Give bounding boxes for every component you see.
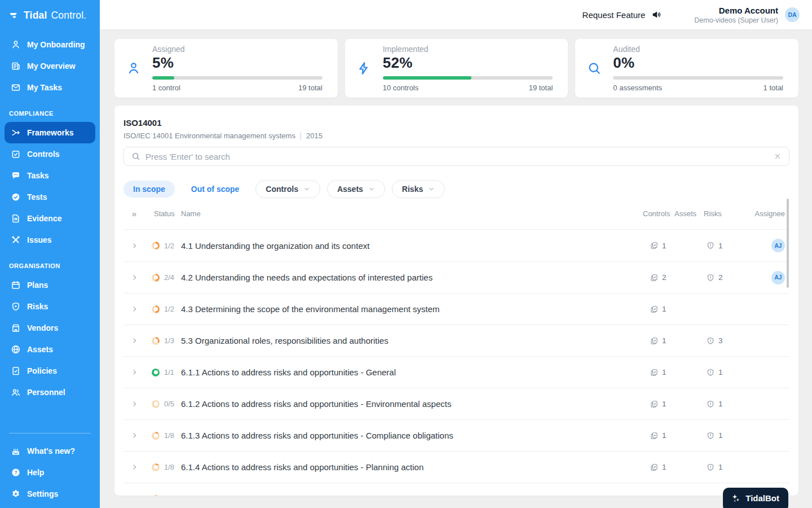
tools-icon: [11, 235, 21, 245]
row-expand-button[interactable]: [123, 337, 145, 344]
row-name[interactable]: 5.3 Organizational roles, responsibiliti…: [181, 336, 643, 345]
status-fraction: 1/1: [164, 368, 174, 376]
avatar[interactable]: DA: [785, 7, 800, 22]
dropdown-controls[interactable]: Controls: [255, 180, 320, 198]
sidebar-item-label: My Onboarding: [27, 40, 85, 49]
row-expand-button[interactable]: [123, 432, 145, 439]
controls-count: 2: [643, 273, 674, 282]
chevron-down-icon: [368, 186, 375, 192]
search-icon: [575, 61, 613, 76]
row-expand-button[interactable]: [123, 305, 145, 313]
sidebar-item-risks[interactable]: Risks: [5, 296, 95, 317]
sidebar-item-help[interactable]: ?Help: [5, 462, 95, 483]
sidebar-item-evidence[interactable]: Evidence: [5, 208, 95, 229]
sidebar-item-my-onboarding[interactable]: My Onboarding: [5, 34, 95, 55]
sidebar-item-label: Plans: [27, 281, 48, 290]
topbar: Request Feature Demo Account Demo-videos…: [100, 0, 812, 30]
shield-alert-icon: [706, 336, 715, 345]
assignee-avatar[interactable]: AJ: [771, 239, 785, 252]
stat-total: 1 total: [764, 84, 783, 92]
column-header-status: Status: [145, 209, 181, 218]
account-menu[interactable]: Demo Account Demo-videos (Super User): [694, 6, 778, 24]
table-row[interactable]: 1/86.1.4 Actions to address risks and op…: [123, 451, 789, 483]
sidebar-item-tests[interactable]: Tests: [5, 186, 95, 208]
row-name[interactable]: 6.1.2 Actions to address risks and oppor…: [181, 399, 643, 409]
row-expand-button[interactable]: [123, 463, 145, 471]
count-value: 1: [718, 368, 723, 376]
expand-all-button[interactable]: »: [123, 209, 145, 218]
row-expand-button[interactable]: [123, 369, 145, 376]
sidebar-item-personnel[interactable]: Personnel: [5, 382, 95, 403]
row-name[interactable]: 4.3 Determining the scope of the environ…: [181, 304, 643, 314]
tab-in-scope[interactable]: In scope: [123, 181, 175, 198]
status-fraction: 1/3: [164, 336, 174, 345]
sidebar-item-frameworks[interactable]: Frameworks: [5, 122, 95, 143]
row-expand-button[interactable]: [123, 242, 145, 249]
status-progress-ring: [152, 432, 160, 440]
table-scrollbar[interactable]: [787, 199, 789, 288]
sidebar-item-plans[interactable]: Plans: [5, 274, 95, 296]
status-cell: 1/3: [145, 336, 181, 345]
sidebar-item-assets[interactable]: Assets: [5, 339, 95, 360]
sidebar-item-what-s-new[interactable]: What's new?: [5, 440, 95, 462]
request-feature-button[interactable]: Request Feature: [582, 10, 662, 20]
sidebar-item-vendors[interactable]: Vendors: [5, 317, 95, 339]
app-logo[interactable]: TidalControl.: [0, 0, 100, 27]
row-name[interactable]: 6.1.4 Actions to address risks and oppor…: [181, 462, 643, 472]
dropdown-label: Risks: [402, 185, 423, 194]
sidebar-item-label: My Tasks: [27, 83, 62, 92]
copy-documents-icon: [650, 400, 659, 409]
row-name[interactable]: 4.2 Understanding the needs and expectat…: [181, 273, 643, 282]
sidebar-item-my-overview[interactable]: My Overview: [5, 55, 95, 77]
row-expand-button[interactable]: [123, 400, 145, 408]
stat-total: 19 total: [298, 84, 323, 92]
table-row[interactable]: 1/24.3 Determining the scope of the envi…: [123, 293, 789, 325]
close-icon[interactable]: [774, 152, 782, 160]
progress-bar: [613, 76, 783, 80]
shield-alert-icon: [706, 400, 715, 409]
sidebar-item-issues[interactable]: Issues: [5, 229, 95, 251]
row-name[interactable]: 4.1 Understanding the organization and i…: [181, 241, 643, 251]
table-row-partial[interactable]: [123, 483, 789, 496]
tidalbot-button[interactable]: TidalBot: [723, 488, 788, 508]
table-row[interactable]: 1/16.1.1 Actions to address risks and op…: [123, 356, 789, 388]
table-row[interactable]: 0/56.1.2 Actions to address risks and op…: [123, 388, 789, 419]
envelope-icon: [11, 82, 21, 93]
count-value: 1: [718, 463, 723, 471]
dropdown-assets[interactable]: Assets: [327, 180, 385, 198]
stat-value: 0%: [613, 54, 783, 72]
row-expand-button[interactable]: [123, 274, 145, 281]
search-input[interactable]: [145, 152, 769, 161]
controls-icon: [11, 149, 21, 159]
table-row[interactable]: 1/24.1 Understanding the organization an…: [123, 230, 789, 261]
sidebar-item-label: Vendors: [27, 323, 58, 332]
status-cell: 1/1: [145, 368, 181, 376]
table-row[interactable]: 2/44.2 Understanding the needs and expec…: [123, 261, 789, 293]
dropdown-label: Assets: [337, 185, 363, 194]
stat-total: 19 total: [529, 84, 553, 92]
tab-out-of-scope[interactable]: Out of scope: [182, 181, 249, 198]
sidebar-item-label: What's new?: [27, 446, 75, 456]
assignee-cell: AJ: [734, 239, 789, 252]
controls-count: 1: [643, 463, 674, 472]
table-row[interactable]: 1/35.3 Organizational roles, responsibil…: [123, 325, 789, 356]
assignee-avatar[interactable]: AJ: [771, 271, 785, 284]
status-fraction: 1/8: [164, 463, 174, 471]
table-row[interactable]: 1/86.1.3 Actions to address risks and op…: [123, 419, 789, 451]
dropdown-risks[interactable]: Risks: [392, 180, 445, 198]
sidebar-item-controls[interactable]: Controls: [5, 143, 95, 165]
search-bar: [123, 147, 789, 166]
sidebar-item-tasks[interactable]: Tasks: [5, 165, 95, 186]
megaphone-icon: [651, 10, 661, 20]
sidebar-item-my-tasks[interactable]: My Tasks: [5, 77, 95, 98]
row-name[interactable]: 6.1.3 Actions to address risks and oppor…: [181, 431, 643, 440]
status-progress-ring: [152, 242, 160, 249]
sidebar-nav: My OnboardingMy OverviewMy TasksCOMPLIAN…: [0, 27, 100, 508]
sidebar-item-policies[interactable]: Policies: [5, 360, 95, 382]
row-name[interactable]: 6.1.1 Actions to address risks and oppor…: [181, 367, 643, 377]
stat-label: Implemented: [383, 45, 553, 54]
sidebar-item-settings[interactable]: Settings: [5, 483, 95, 505]
sidebar-item-label: Frameworks: [27, 128, 73, 137]
copy-documents-icon: [650, 431, 659, 440]
risks-count: 1: [704, 368, 734, 377]
